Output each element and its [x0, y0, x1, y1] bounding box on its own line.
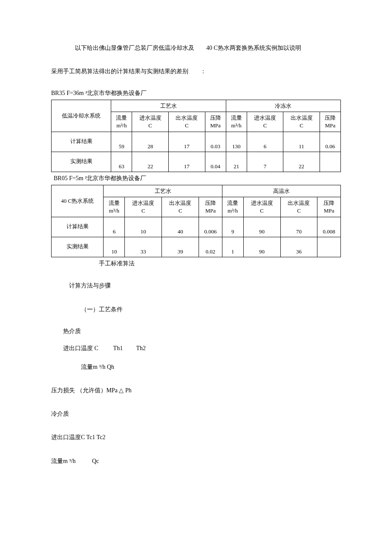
table1-cell: 22 [283, 152, 320, 172]
col-tin-2: 进水温度C [247, 112, 283, 132]
table1-cell: 59 [111, 132, 132, 152]
table1-row-header: 低温冷却水系统 [52, 100, 111, 132]
table1-cell: 0.06 [320, 132, 340, 152]
intro-punct: ： [200, 68, 206, 75]
col-flow-2: 流量m³/h [222, 197, 243, 217]
table1-cell: 28 [132, 132, 169, 152]
table2-cell: 0.006 [199, 217, 222, 237]
col-tin: 进水温度C [125, 197, 162, 217]
table2-cell: 36 [280, 237, 317, 257]
table2-cell: 40 [162, 217, 199, 237]
table-40c-hot-water: 40 C热水系统 工艺水 高温水 流量m³/h 进水温度C 出水温度C 压降MP… [51, 185, 341, 257]
hot-flow-line: 流量m ³/h Qh [51, 362, 341, 372]
table1-group1: 工艺水 [111, 100, 226, 112]
col-flow: 流量m³/h [104, 197, 125, 217]
table2-cell: 33 [125, 237, 162, 257]
table1-cell: 17 [168, 132, 205, 152]
col-dp: 压降MPa [199, 197, 222, 217]
table1-cell: 7 [247, 152, 283, 172]
table2-cell: 9 [222, 217, 243, 237]
table1-cell: 22 [132, 152, 169, 172]
intro-text-2: 采用手工简易算法得出的计算结果与实测结果的差别 [51, 68, 188, 75]
table2-cell [317, 237, 341, 257]
table2-cell: 70 [280, 217, 317, 237]
table1-cell: 11 [283, 132, 320, 152]
table2-cell: 90 [243, 237, 280, 257]
table1-row2-label: 实测结果 [52, 152, 111, 172]
col-dp: 压降MPa [205, 112, 226, 132]
hot-temp-line: 进出口温度 C Th1 Th2 [51, 345, 341, 352]
col-tout-2: 出水温度C [283, 112, 320, 132]
intro-text-1b: 40 C热水两套换热系统实例加以说明 [206, 45, 301, 51]
method-title: 手工标准算法 [51, 260, 341, 267]
col-tout: 出水温度C [162, 197, 199, 217]
intro-text-1a: 以下给出佛山显像管厂总装厂房低温冷却水及 [75, 45, 194, 51]
table2-cell: 0.008 [317, 217, 341, 237]
table2-row1-label: 计算结果 [52, 217, 104, 237]
table2-cell: 1 [222, 237, 243, 257]
table2-cell: 39 [162, 237, 199, 257]
hot-dp-line: 压力损失 （允许值）MPa △ Ph [51, 385, 341, 396]
table-low-temp-cooling: 低温冷却水系统 工艺水 冷冻水 流量m³/h 进水温度C 出水温度C 压降MPa… [51, 100, 341, 172]
table2-group2: 高温水 [222, 185, 340, 197]
col-flow: 流量m³/h [111, 112, 132, 132]
table2-cell: 6 [104, 217, 125, 237]
table2-row-header: 40 C热水系统 [52, 185, 104, 217]
col-dp-2: 压降MPa [317, 197, 341, 217]
intro-paragraph-2: 采用手工简易算法得出的计算结果与实测结果的差别 ： [51, 66, 341, 77]
col-tout: 出水温度C [168, 112, 205, 132]
intro-paragraph-1: 以下给出佛山显像管厂总装厂房低温冷却水及 40 C热水两套换热系统实例加以说明 [51, 43, 341, 53]
table1-cell: 63 [111, 152, 132, 172]
steps-title: 计算方法与步骤 [51, 280, 341, 291]
document-page: 以下给出佛山显像管厂总装厂房低温冷却水及 40 C热水两套换热系统实例加以说明 … [0, 0, 392, 496]
table1-group2: 冷冻水 [226, 100, 340, 112]
table2-group1: 工艺水 [104, 185, 222, 197]
table2-cell: 0.02 [199, 237, 222, 257]
table1-cell [320, 152, 340, 172]
table1-cell: 21 [226, 152, 247, 172]
col-tout-2: 出水温度C [280, 197, 317, 217]
col-tin: 进水温度C [132, 112, 169, 132]
table1-cell: 0.03 [205, 132, 226, 152]
table1-row1-label: 计算结果 [52, 132, 111, 152]
col-flow-2: 流量m³/h [226, 112, 247, 132]
table1-caption: BR35 F=36m ²北京市华都换热设备厂 [51, 89, 341, 97]
table2-row2-label: 实测结果 [52, 237, 104, 257]
cold-medium-label: 冷介质 [51, 408, 341, 419]
table1-cell: 130 [226, 132, 247, 152]
cold-flow-line: 流量m ³/h Qc [51, 456, 341, 466]
subsection-1: （一）工艺条件 [51, 304, 341, 315]
table1-cell: 6 [247, 132, 283, 152]
table2-cell: 10 [104, 237, 125, 257]
table2-cell: 90 [243, 217, 280, 237]
hot-medium-label: 热介质 [51, 328, 341, 335]
table1-cell: 0.04 [205, 152, 226, 172]
table1-cell: 17 [168, 152, 205, 172]
cold-temp-line: 进出口温度C Tc1 Tc2 [51, 432, 341, 443]
table2-cell: 10 [125, 217, 162, 237]
table2-caption: BR05 F=5m ²北京市华都换热设备厂 [54, 175, 341, 182]
col-tin-2: 进水温度C [243, 197, 280, 217]
col-dp-2: 压降MPa [320, 112, 340, 132]
